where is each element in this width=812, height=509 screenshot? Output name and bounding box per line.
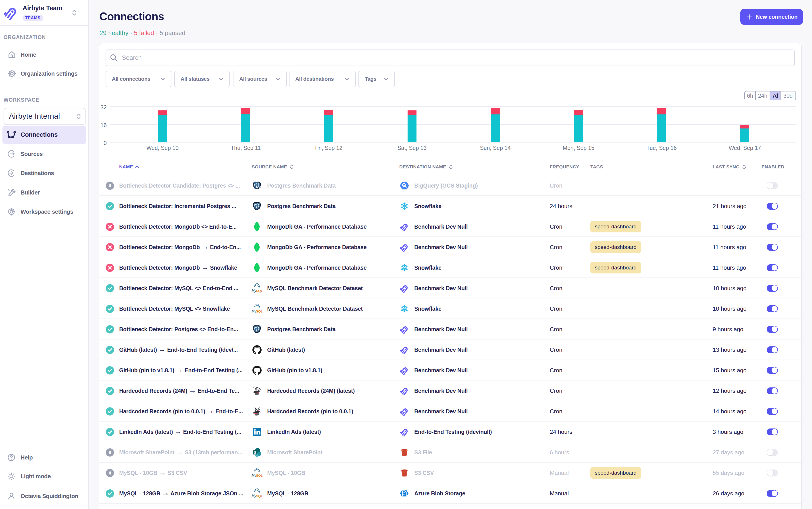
svg-text:SQL.: SQL. <box>256 309 262 313</box>
svg-text:S: S <box>254 450 256 454</box>
svg-text:SQL.: SQL. <box>256 494 262 498</box>
svg-text:SQL.: SQL. <box>256 474 262 477</box>
svg-text:01: 01 <box>403 494 405 496</box>
svg-text:SQL.: SQL. <box>256 289 262 293</box>
